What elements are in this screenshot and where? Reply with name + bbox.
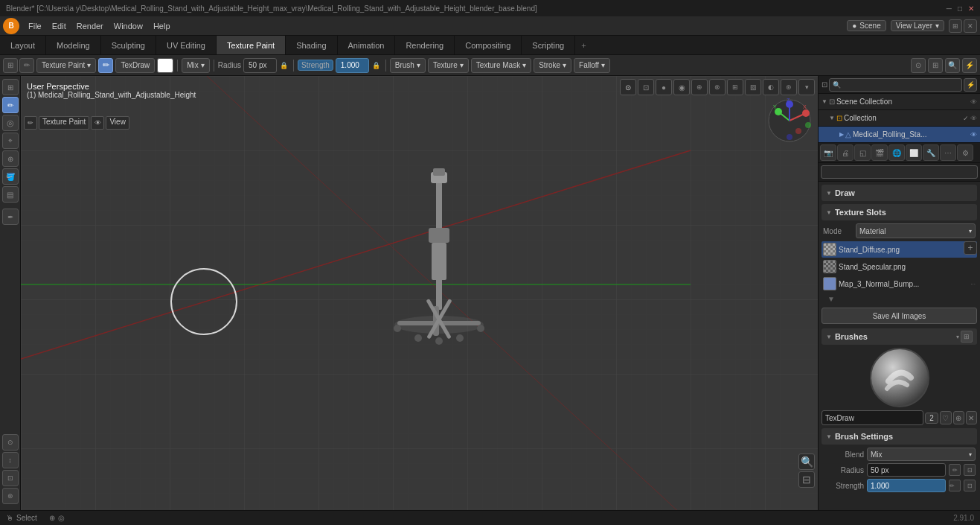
strength-extra-icon[interactable]: ⊡ [964, 480, 976, 491]
texture-item-specular[interactable]: Stand_Specular.png [822, 258, 977, 275]
tool-clone[interactable]: ⊕ [2, 150, 19, 167]
left-icon-4[interactable]: ⊛ [2, 488, 19, 504]
texture-dropdown[interactable]: Texture ▾ [428, 58, 469, 73]
vp-btn-8[interactable]: ▨ [745, 79, 761, 95]
tool-draw[interactable]: ✏ [2, 97, 19, 113]
draw-section-header[interactable]: ▼ Draw [822, 185, 977, 201]
strength-value[interactable]: 1.000 [336, 58, 369, 73]
navigation-gizmo[interactable]: X Y Z [767, 98, 812, 143]
tool-fill[interactable]: 🪣 [2, 168, 19, 185]
prop-icon-object[interactable]: ⬜ [906, 144, 922, 161]
vp-texture-paint-icon[interactable]: ✏ [24, 116, 37, 130]
bs-radius-value[interactable]: 50 px [867, 463, 946, 477]
left-icon-3[interactable]: ⊡ [2, 470, 19, 486]
strength-edit-icon[interactable]: ✏ [949, 480, 961, 491]
vp-btn-6[interactable]: ⊗ [709, 79, 726, 95]
engine-selector[interactable]: ● Scene [847, 20, 885, 31]
texture-item-diffuse[interactable]: Stand_Diffuse.png [822, 241, 977, 258]
vp-paint-label[interactable]: Texture Paint [39, 116, 89, 130]
collection-row[interactable]: ▼ ⊡ Collection ✓ 👁 [819, 110, 980, 127]
tool-select[interactable]: ⊞ [2, 79, 19, 95]
tool-mask[interactable]: ▤ [2, 186, 19, 203]
tab-modeling[interactable]: Modeling [46, 36, 101, 54]
strength-lock-icon[interactable]: 🔒 [371, 60, 382, 71]
prop-icon-physics[interactable]: ⚙ [957, 144, 973, 161]
scene-collection-eye[interactable]: 👁 [970, 98, 977, 106]
vp-shading-rendered[interactable]: ● [656, 79, 672, 95]
medical-stand-row[interactable]: ▶ △ Medical_Rolling_Sta... 👁 [819, 127, 980, 143]
prop-icon-viewlayer[interactable]: ◱ [854, 144, 871, 161]
brushes-section-header[interactable]: ▼ Brushes ▾ ⊞ [822, 328, 977, 345]
viewport-3d[interactable]: User Perspective (1) Medical_Rolling_Sta… [21, 76, 818, 510]
tool-annotate[interactable]: ✒ [2, 209, 19, 225]
tab-animation[interactable]: Animation [338, 36, 396, 54]
menu-help[interactable]: Help [149, 20, 175, 32]
outliner-search[interactable]: 🔍 [829, 78, 962, 92]
brush-name-input[interactable] [822, 410, 923, 425]
brush-delete-btn[interactable]: ✕ [966, 411, 977, 424]
vp-overlay-btn[interactable]: ◉ [673, 79, 690, 95]
prop-icon-render[interactable]: 📷 [820, 144, 836, 161]
falloff-dropdown[interactable]: Falloff ▾ [574, 58, 610, 73]
mode-icons[interactable]: ⊞ ✏ [3, 58, 34, 73]
brush-copy-btn[interactable]: ⊕ [953, 411, 964, 424]
filter-icon[interactable]: ⚡ [962, 58, 977, 73]
menu-edit[interactable]: Edit [48, 20, 71, 32]
texture-expand-row[interactable]: ▼ [822, 293, 977, 305]
tab-shading[interactable]: Shading [286, 36, 337, 54]
vp-shading-solid[interactable]: ⊙ [620, 79, 636, 95]
viewport-overlay-btn[interactable]: ⊙ [911, 58, 926, 73]
texture-mask-dropdown[interactable]: Texture Mask ▾ [471, 58, 531, 73]
texture-slots-header[interactable]: ▼ Texture Slots [822, 204, 977, 220]
viewport-gizmo-btn[interactable]: ⊞ [928, 58, 943, 73]
scene-name-field[interactable]: Scene [859, 22, 880, 30]
vp-btn-9[interactable]: ◐ [763, 79, 779, 95]
texture-add-btn[interactable]: + [964, 241, 977, 255]
tab-add[interactable]: + [575, 36, 592, 54]
radius-value[interactable]: 50 px [243, 58, 277, 73]
search-icon[interactable]: 🔍 [945, 58, 960, 73]
close-btn[interactable]: ✕ [968, 4, 974, 13]
topbar-btn-1[interactable]: ⊞ [949, 19, 962, 33]
tool-smear[interactable]: ⌖ [2, 133, 19, 149]
tab-texture-paint[interactable]: Texture Paint [217, 36, 286, 54]
texture-item-normal[interactable]: Map_3_Normal_Bump... ··· [822, 276, 977, 292]
brush-dropdown[interactable]: Brush ▾ [390, 58, 426, 73]
mode-value-dropdown[interactable]: Material ▾ [856, 223, 976, 238]
tab-compositing[interactable]: Compositing [455, 36, 522, 54]
mode-icon-2[interactable]: ✏ [19, 58, 34, 73]
topbar-btn-2[interactable]: ✕ [964, 19, 977, 33]
bs-strength-value[interactable]: 1.000 [867, 479, 946, 492]
brushes-toggle-btn[interactable]: ⊞ [961, 331, 973, 343]
radius-lock-icon[interactable]: 🔒 [279, 60, 289, 71]
stroke-dropdown[interactable]: Stroke ▾ [534, 58, 571, 73]
tool-soften[interactable]: ◎ [2, 115, 19, 131]
radius-extra-icon[interactable]: ⊡ [964, 464, 976, 476]
stand-eye[interactable]: 👁 [970, 131, 977, 139]
menu-window[interactable]: Window [109, 20, 147, 32]
outliner-filter-btn[interactable]: ⚡ [964, 78, 977, 92]
view-layer-selector[interactable]: View Layer ▾ [891, 20, 944, 31]
paint-icon[interactable]: ✏ [98, 58, 113, 73]
left-icon-2[interactable]: ↕ [2, 452, 19, 468]
radius-edit-icon[interactable]: ✏ [949, 464, 961, 476]
tab-rendering[interactable]: Rendering [395, 36, 455, 54]
tab-layout[interactable]: Layout [0, 36, 46, 54]
color-swatch[interactable] [157, 58, 173, 73]
scene-collection-row[interactable]: ▼ ⊡ Scene Collection 👁 [819, 94, 980, 110]
blend-dropdown[interactable]: Mix ▾ [182, 58, 210, 73]
vp-btn-7[interactable]: ⊞ [727, 79, 743, 95]
collection-check[interactable]: ✓ [963, 115, 969, 122]
prop-icon-output[interactable]: 🖨 [837, 144, 854, 161]
blend-value-dropdown[interactable]: Mix ▾ [867, 448, 976, 461]
tab-scripting[interactable]: Scripting [522, 36, 575, 54]
vp-btn-5[interactable]: ⊕ [691, 79, 708, 95]
vp-shading-wireframe[interactable]: ⊡ [638, 79, 654, 95]
zoom-in-btn[interactable]: 🔍 [798, 454, 815, 470]
prop-icon-modifier[interactable]: 🔧 [923, 144, 939, 161]
vp-eye-icon[interactable]: 👁 [91, 116, 104, 130]
minimize-btn[interactable]: ─ [947, 4, 952, 13]
blender-logo[interactable]: B [3, 18, 19, 34]
tab-sculpting[interactable]: Sculpting [101, 36, 156, 54]
brush-settings-header[interactable]: ▼ Brush Settings [822, 428, 977, 445]
